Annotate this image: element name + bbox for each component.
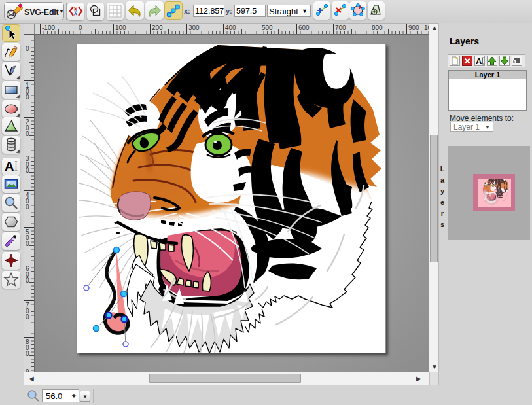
svg-text:300: 300 <box>188 24 200 31</box>
svg-text:0: 0 <box>26 240 29 247</box>
svg-text:10: 10 <box>424 24 429 31</box>
svg-text:100: 100 <box>115 24 126 31</box>
svg-text:200: 200 <box>152 24 163 31</box>
svg-text:600: 600 <box>298 24 310 31</box>
svg-text:0: 0 <box>26 203 29 211</box>
svg-text:A: A <box>5 159 14 173</box>
svg-text:-100: -100 <box>42 24 55 31</box>
svg-text:900: 900 <box>408 24 419 31</box>
svg-text:0: 0 <box>26 45 29 52</box>
svg-text:0: 0 <box>26 130 29 137</box>
svg-text:0: 0 <box>26 167 29 174</box>
svg-text:0: 0 <box>26 350 29 357</box>
svg-text:400: 400 <box>225 24 236 31</box>
svg-text:0: 0 <box>26 313 29 321</box>
svg-text:800: 800 <box>372 24 383 31</box>
svg-text:0: 0 <box>26 277 29 284</box>
svg-text:0: 0 <box>79 24 82 31</box>
svg-text:500: 500 <box>262 24 273 31</box>
svg-text:A: A <box>476 56 482 65</box>
svg-text:G: G <box>74 12 77 17</box>
svg-text:700: 700 <box>335 24 346 31</box>
svg-text:0: 0 <box>26 94 29 101</box>
